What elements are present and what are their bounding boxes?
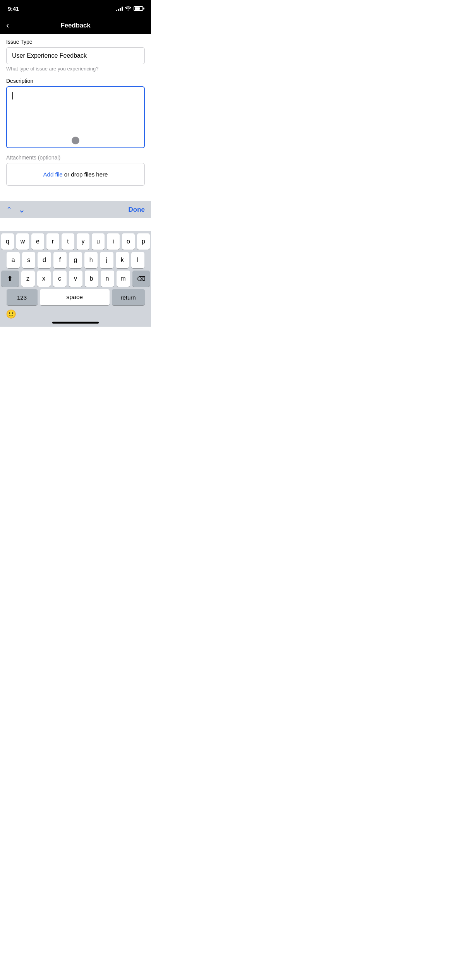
key-k[interactable]: k — [116, 252, 129, 268]
key-m[interactable]: m — [117, 271, 130, 287]
key-p[interactable]: p — [137, 233, 150, 250]
key-e[interactable]: e — [31, 233, 44, 250]
key-r[interactable]: r — [46, 233, 59, 250]
key-a[interactable]: a — [7, 252, 20, 268]
key-d[interactable]: d — [38, 252, 51, 268]
toolbar-navigation: ⌃ ⌄ — [6, 205, 25, 215]
keyboard-row-4: 123 space return — [1, 289, 150, 305]
drop-text: or drop files here — [63, 171, 108, 178]
issue-type-label: Issue Type — [6, 39, 145, 45]
emoji-row: 🙂 — [1, 308, 150, 320]
resize-handle[interactable] — [72, 137, 79, 144]
keyboard-row-1: q w e r t y u i o p — [1, 233, 150, 250]
key-c[interactable]: c — [53, 271, 67, 287]
numbers-key[interactable]: 123 — [7, 289, 38, 305]
key-z[interactable]: z — [21, 271, 35, 287]
toolbar-up-arrow[interactable]: ⌃ — [6, 206, 12, 214]
wifi-icon — [125, 6, 131, 12]
delete-key[interactable]: ⌫ — [132, 271, 150, 287]
description-textarea[interactable] — [6, 86, 145, 148]
key-o[interactable]: o — [122, 233, 135, 250]
add-file-link[interactable]: Add file — [43, 171, 63, 178]
text-cursor — [12, 92, 13, 99]
description-label: Description — [6, 78, 145, 84]
key-u[interactable]: u — [92, 233, 105, 250]
keyboard-row-3: ⬆ z x c v b n m ⌫ — [1, 271, 150, 287]
key-b[interactable]: b — [85, 271, 98, 287]
key-q[interactable]: q — [1, 233, 14, 250]
key-n[interactable]: n — [101, 271, 114, 287]
home-indicator — [52, 322, 99, 324]
toolbar-down-arrow[interactable]: ⌄ — [18, 205, 25, 215]
issue-type-hint: What type of issue are you experiencing? — [6, 66, 145, 72]
keyboard: q w e r t y u i o p a s d f g h j k l ⬆ … — [0, 231, 151, 327]
emoji-button[interactable]: 🙂 — [6, 309, 16, 319]
key-x[interactable]: x — [37, 271, 51, 287]
signal-icon — [116, 6, 123, 11]
description-section: Description — [6, 78, 145, 148]
form-content: Issue Type User Experience Feedback What… — [0, 34, 151, 186]
keyboard-toolbar: ⌃ ⌄ Done — [0, 201, 151, 218]
key-h[interactable]: h — [84, 252, 98, 268]
battery-icon — [134, 6, 143, 11]
return-key[interactable]: return — [112, 289, 145, 305]
key-t[interactable]: t — [62, 233, 74, 250]
keyboard-row-2: a s d f g h j k l — [1, 252, 150, 268]
key-j[interactable]: j — [100, 252, 113, 268]
attachments-dropzone[interactable]: Add file or drop files here — [6, 163, 145, 186]
shift-key[interactable]: ⬆ — [1, 271, 19, 287]
space-key[interactable]: space — [40, 289, 110, 305]
key-w[interactable]: w — [16, 233, 29, 250]
done-button[interactable]: Done — [129, 206, 145, 214]
key-i[interactable]: i — [107, 233, 120, 250]
issue-type-field[interactable]: User Experience Feedback — [6, 47, 145, 64]
attachments-label: Attachments (optional) — [6, 154, 145, 161]
status-time: 9:41 — [8, 5, 19, 12]
key-v[interactable]: v — [69, 271, 82, 287]
page-title: Feedback — [61, 22, 91, 29]
status-bar: 9:41 — [0, 0, 151, 17]
key-g[interactable]: g — [69, 252, 82, 268]
status-icons — [116, 6, 143, 12]
back-button[interactable]: ‹ — [6, 21, 9, 31]
key-y[interactable]: y — [77, 233, 89, 250]
nav-bar: ‹ Feedback — [0, 17, 151, 34]
issue-type-value: User Experience Feedback — [12, 52, 87, 59]
key-f[interactable]: f — [53, 252, 67, 268]
attachments-section: Attachments (optional) Add file or drop … — [6, 154, 145, 186]
key-s[interactable]: s — [22, 252, 35, 268]
key-l[interactable]: l — [131, 252, 144, 268]
